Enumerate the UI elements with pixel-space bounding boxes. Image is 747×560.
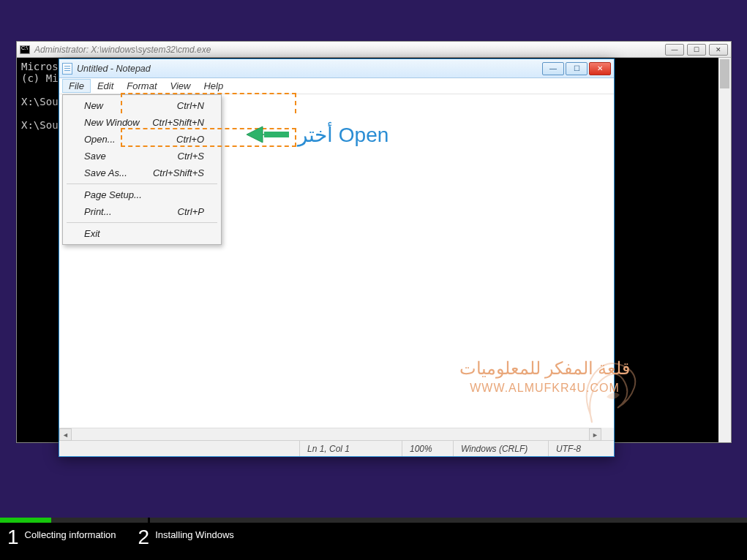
menu-item-shortcut: Ctrl+S [178,151,204,162]
minimize-button[interactable]: — [665,44,684,56]
setup-step-1: 1 Collecting information [7,527,116,548]
progress-segment [150,518,747,523]
file-dropdown-menu: New Ctrl+N New Window Ctrl+Shift+N Open.… [62,94,222,245]
cmd-window-controls: — ☐ ✕ [665,44,728,56]
cmd-titlebar[interactable]: Administrator: X:\windows\system32\cmd.e… [17,42,731,58]
step-number: 2 [138,527,150,548]
menu-view[interactable]: View [164,79,198,93]
annotation: أختر Open [245,121,388,148]
step-label: Installing Windows [155,527,234,548]
menu-item-label: Open... [84,134,116,145]
menu-item-save-as[interactable]: Save As... Ctrl+Shift+S [65,164,219,181]
menu-item-label: Save [84,151,106,162]
menu-item-shortcut: Ctrl+P [178,206,204,217]
menu-format[interactable]: Format [120,79,163,93]
menu-item-new-window[interactable]: New Window Ctrl+Shift+N [65,114,219,131]
menu-edit[interactable]: Edit [91,79,120,93]
cmd-title: Administrator: X:\windows\system32\cmd.e… [34,45,665,55]
menu-item-open[interactable]: Open... Ctrl+O [65,131,219,148]
menu-help[interactable]: Help [197,79,230,93]
progress-track [0,518,747,523]
notepad-icon [62,63,72,75]
menu-separator [67,222,217,223]
menu-item-exit[interactable]: Exit [65,225,219,242]
minimize-button[interactable]: — [542,62,564,75]
status-position: Ln 1, Col 1 [299,441,402,456]
menu-item-new[interactable]: New Ctrl+N [65,97,219,114]
step-number: 1 [7,527,19,548]
status-zoom: 100% [402,441,453,456]
notepad-title: Untitled - Notepad [77,64,542,74]
step-label: Collecting information [25,527,116,548]
arrow-left-icon [245,121,289,148]
notepad-titlebar[interactable]: Untitled - Notepad — ☐ ✕ [59,59,614,78]
progress-segment-complete [0,518,51,523]
menu-item-label: Page Setup... [84,189,142,200]
menu-separator [67,183,217,184]
menu-item-label: Exit [84,228,100,239]
watermark-calligraphy-icon [577,357,643,430]
menu-item-print[interactable]: Print... Ctrl+P [65,203,219,220]
menu-item-shortcut: Ctrl+N [177,100,204,111]
close-button[interactable]: ✕ [709,44,728,56]
notepad-window-controls: — ☐ ✕ [542,62,611,75]
setup-steps: 1 Collecting information 2 Installing Wi… [0,523,747,552]
cmd-scrollbar[interactable] [718,58,731,442]
menu-file[interactable]: File [62,79,91,93]
status-eol: Windows (CRLF) [453,441,548,456]
cmd-icon [20,45,30,54]
menu-item-label: Print... [84,206,112,217]
scrollbar-thumb[interactable] [720,59,729,88]
menu-item-save[interactable]: Save Ctrl+S [65,148,219,164]
horizontal-scrollbar[interactable]: ◄ ► [59,428,601,440]
setup-progress-bar: 1 Collecting information 2 Installing Wi… [0,512,747,560]
maximize-button[interactable]: ☐ [687,44,706,56]
menu-item-label: New [84,100,103,111]
status-encoding: UTF-8 [548,441,614,456]
scroll-right-icon[interactable]: ► [589,428,601,441]
menu-item-shortcut: Ctrl+O [176,134,204,145]
menu-item-label: Save As... [84,167,127,178]
setup-step-2: 2 Installing Windows [138,527,234,548]
close-button[interactable]: ✕ [589,62,611,75]
menu-item-shortcut: Ctrl+Shift+N [152,117,204,128]
menu-item-label: New Window [84,117,140,128]
menu-item-page-setup[interactable]: Page Setup... [65,186,219,203]
menu-item-shortcut: Ctrl+Shift+S [153,167,204,178]
menubar: File Edit Format View Help [59,78,614,94]
statusbar: Ln 1, Col 1 100% Windows (CRLF) UTF-8 [59,440,614,456]
progress-segment [51,518,148,523]
maximize-button[interactable]: ☐ [566,62,588,75]
scroll-left-icon[interactable]: ◄ [59,428,72,441]
annotation-text: أختر Open [298,123,388,147]
notepad-window: Untitled - Notepad — ☐ ✕ File Edit Forma… [59,58,615,457]
